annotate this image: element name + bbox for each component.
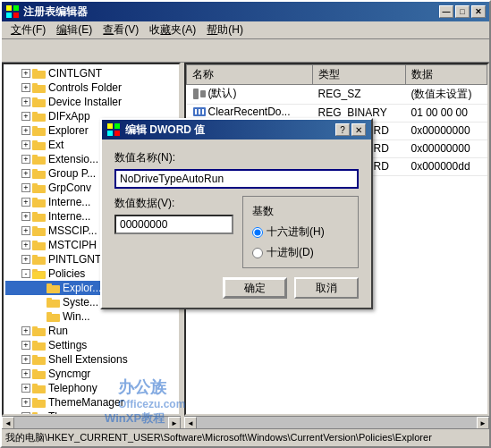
scroll-right-btn[interactable]: ► xyxy=(168,417,181,428)
scroll-left-btn[interactable]: ◄ xyxy=(2,417,14,428)
menu-view[interactable]: 查看(V) xyxy=(97,21,144,39)
expand-icon[interactable]: + xyxy=(21,69,30,78)
menu-favorites[interactable]: 收藏夹(A) xyxy=(144,21,201,39)
tree-item-win[interactable]: + Win... xyxy=(5,309,177,324)
menu-file[interactable]: 文件(F) xyxy=(5,21,51,39)
expand-icon[interactable]: + xyxy=(21,183,30,192)
scroll-left-btn2[interactable]: ◄ xyxy=(184,417,197,428)
expand-icon[interactable]: + xyxy=(21,226,30,235)
dialog-row: 数值数据(V): 基数 十六进制(H) 十进制(D) xyxy=(114,196,359,268)
svg-rect-34 xyxy=(32,269,38,272)
expand-icon[interactable]: + xyxy=(21,384,30,393)
dialog-left: 数值数据(V): xyxy=(114,196,233,241)
tree-item-cintlgnt[interactable]: + CINTLGNT xyxy=(5,66,177,80)
svg-rect-46 xyxy=(32,357,46,365)
tree-item-controls-folder[interactable]: + Controls Folder xyxy=(5,80,177,95)
maximize-button[interactable]: □ xyxy=(455,5,470,18)
svg-rect-29 xyxy=(32,242,46,250)
expand-icon[interactable]: + xyxy=(21,255,30,264)
menu-edit[interactable]: 编辑(E) xyxy=(51,21,97,39)
hscroll-track xyxy=(14,417,168,428)
dialog-buttons: 确定 取消 xyxy=(114,277,359,299)
scroll-right-btn2[interactable]: ► xyxy=(477,417,489,428)
hex-radio-label[interactable]: 十六进制(H) xyxy=(252,224,349,240)
svg-rect-10 xyxy=(32,97,38,100)
ok-button[interactable]: 确定 xyxy=(223,277,287,299)
tree-item-themes[interactable]: + Themes xyxy=(5,410,177,416)
svg-rect-11 xyxy=(32,114,46,122)
expand-icon[interactable]: + xyxy=(21,126,30,135)
tree-item-telephony[interactable]: + Telephony xyxy=(5,381,177,395)
svg-rect-14 xyxy=(32,126,38,129)
right-hscrollbar[interactable]: ◄ ► xyxy=(184,416,489,428)
expand-icon[interactable]: + xyxy=(21,83,30,92)
svg-rect-9 xyxy=(32,99,46,107)
folder-icon xyxy=(47,282,61,294)
expand-icon[interactable]: - xyxy=(21,269,30,278)
tree-item-label: ThemeManager xyxy=(48,396,124,409)
expand-icon[interactable]: + xyxy=(21,212,30,221)
folder-icon xyxy=(32,153,47,165)
tree-item-shell-extensions[interactable]: + Shell Extensions xyxy=(5,352,177,367)
expand-icon[interactable]: + xyxy=(21,198,30,207)
tree-item-run[interactable]: + Run xyxy=(5,324,177,338)
svg-rect-71 xyxy=(114,131,120,136)
svg-rect-24 xyxy=(32,198,38,200)
status-bar: 我的电脑\HKEY_CURRENT_USER\Software\Microsof… xyxy=(2,428,489,446)
tree-item-label: Extensio... xyxy=(48,153,98,165)
expand-icon[interactable]: + xyxy=(21,355,30,364)
expand-icon[interactable]: + xyxy=(21,112,30,121)
svg-rect-42 xyxy=(32,328,46,336)
expand-icon[interactable]: + xyxy=(21,97,30,106)
svg-rect-52 xyxy=(32,400,46,408)
svg-rect-41 xyxy=(47,312,52,315)
tree-item-thememanager[interactable]: + ThemeManager xyxy=(5,395,177,410)
tree-item-label: Controls Folder xyxy=(48,81,122,94)
table-row[interactable]: (默认) REG_SZ (数值未设置) xyxy=(187,85,487,105)
svg-rect-22 xyxy=(32,183,38,186)
svg-rect-48 xyxy=(32,371,46,379)
minimize-button[interactable]: — xyxy=(439,5,453,18)
folder-icon xyxy=(32,167,47,180)
tree-item-label: CINTLGNT xyxy=(48,67,102,80)
svg-rect-32 xyxy=(32,255,38,258)
svg-rect-60 xyxy=(199,109,200,114)
svg-rect-43 xyxy=(32,326,38,329)
folder-icon xyxy=(32,182,47,194)
folder-icon xyxy=(32,224,47,237)
app-icon xyxy=(5,4,20,19)
expand-icon[interactable]: + xyxy=(21,241,30,249)
svg-rect-57 xyxy=(200,90,206,97)
expand-icon[interactable]: + xyxy=(21,140,30,149)
cell-name: (默认) xyxy=(187,85,313,105)
expand-icon[interactable]: + xyxy=(21,398,30,407)
cancel-button[interactable]: 取消 xyxy=(294,277,359,299)
menu-help[interactable]: 帮助(H) xyxy=(201,21,249,39)
dialog-close-button[interactable]: ✕ xyxy=(351,123,366,136)
expand-icon[interactable]: + xyxy=(21,155,30,164)
expand-icon[interactable]: + xyxy=(21,341,30,350)
dialog-help-button[interactable]: ? xyxy=(335,123,350,136)
svg-rect-50 xyxy=(32,385,46,393)
tree-item-device-installer[interactable]: + Device Installer xyxy=(5,95,177,109)
folder-icon xyxy=(32,353,47,366)
tree-hscrollbar[interactable]: ◄ ► xyxy=(2,416,181,428)
tree-item-label: Ext xyxy=(48,139,63,151)
tree-item-settings[interactable]: + Settings xyxy=(5,338,177,352)
dec-radio[interactable] xyxy=(252,248,263,258)
folder-icon xyxy=(32,396,47,409)
tree-item-syncmgr[interactable]: + Syncmgr xyxy=(5,367,177,381)
cell-data: 01 00 00 00 xyxy=(405,104,487,122)
expand-icon[interactable]: + xyxy=(21,169,30,178)
expand-icon[interactable]: + xyxy=(21,326,30,335)
data-input[interactable] xyxy=(114,215,233,234)
close-button[interactable]: ✕ xyxy=(471,5,486,18)
dec-radio-label[interactable]: 十进制(D) xyxy=(252,245,349,260)
expand-icon[interactable]: + xyxy=(21,369,30,378)
name-input[interactable] xyxy=(114,169,359,189)
base-group: 基数 十六进制(H) 十进制(D) xyxy=(242,196,359,268)
dec-label: 十进制(D) xyxy=(267,245,314,260)
hex-radio[interactable] xyxy=(252,227,263,238)
svg-rect-30 xyxy=(32,241,38,243)
tree-item-label: Device Installer xyxy=(48,96,122,108)
